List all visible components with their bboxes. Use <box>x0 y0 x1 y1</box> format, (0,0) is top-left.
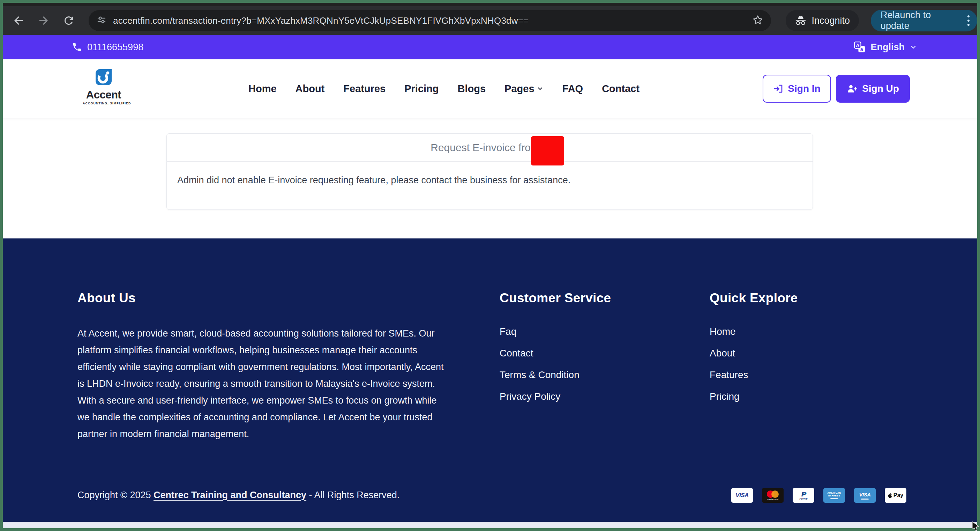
nav-about[interactable]: About <box>296 83 325 95</box>
back-icon[interactable] <box>12 14 25 27</box>
svg-text:A: A <box>856 43 860 48</box>
sign-up-label: Sign Up <box>862 83 899 94</box>
sign-in-label: Sign In <box>788 83 820 94</box>
bottom-strip <box>3 522 977 528</box>
amex-icon: AMERICAN EXPRESS <box>823 488 845 503</box>
incognito-label: Incognito <box>811 15 850 26</box>
nav-pages[interactable]: Pages <box>504 83 543 95</box>
sign-in-button[interactable]: Sign In <box>763 75 831 103</box>
nav-contact[interactable]: Contact <box>602 83 640 95</box>
accent-logo-icon <box>94 68 113 86</box>
login-icon <box>773 83 784 94</box>
phone-icon <box>72 42 82 53</box>
top-contact-banner: 01116655998 a A English <box>3 35 977 59</box>
footer-customer-service-heading: Customer Service <box>500 291 611 306</box>
accent-logo[interactable]: Accent ACCOUNTING, SIMPLIFIED <box>83 68 124 105</box>
nav-blogs[interactable]: Blogs <box>458 83 486 95</box>
apple-pay-icon: Pay <box>885 488 907 503</box>
footer: About Us At Accent, we provide smart, cl… <box>3 238 977 522</box>
nav-home[interactable]: Home <box>248 83 277 95</box>
phone-number: 01116655998 <box>87 42 143 53</box>
footer-link-privacy[interactable]: Privacy Policy <box>500 391 611 402</box>
site-settings-icon[interactable] <box>96 15 107 27</box>
browser-menu-icon[interactable] <box>966 14 971 27</box>
footer-link-features[interactable]: Features <box>710 369 798 381</box>
footer-link-terms[interactable]: Terms & Condition <box>500 369 611 381</box>
mouse-cursor <box>971 521 980 531</box>
forward-icon[interactable] <box>37 14 50 27</box>
language-label: English <box>870 42 905 53</box>
logo-text: Accent <box>83 89 124 101</box>
payment-methods: VISA mastercard P PayPal AMERICAN EXPRES… <box>731 488 907 503</box>
footer-link-about[interactable]: About <box>710 348 798 359</box>
language-selector[interactable]: a A English <box>854 41 917 53</box>
mastercard-icon: mastercard <box>762 488 784 503</box>
footer-link-pricing[interactable]: Pricing <box>710 391 798 402</box>
chevron-down-icon <box>910 43 917 51</box>
person-add-icon <box>847 83 858 94</box>
card-message: Admin did not enable E-invoice requestin… <box>167 162 813 199</box>
url-text[interactable]: accentfin.com/transaction-entry?b=MXxYaz… <box>113 15 746 26</box>
logo-tagline: ACCOUNTING, SIMPLIFIED <box>83 102 124 105</box>
chevron-down-icon <box>536 85 544 92</box>
nav-pricing[interactable]: Pricing <box>404 83 439 95</box>
card-header: Request E-invoice from A <box>167 134 813 162</box>
bookmark-star-icon[interactable] <box>752 14 764 27</box>
relaunch-to-update-button[interactable]: Relaunch to update <box>871 10 977 32</box>
site-header: Accent ACCOUNTING, SIMPLIFIED Home About… <box>3 59 977 118</box>
footer-link-contact[interactable]: Contact <box>500 348 611 359</box>
window-top-edge <box>3 3 977 6</box>
phone-link[interactable]: 01116655998 <box>72 42 143 53</box>
sign-up-button[interactable]: Sign Up <box>836 75 910 103</box>
footer-about-heading: About Us <box>78 291 451 306</box>
footer-link-home[interactable]: Home <box>710 326 798 338</box>
incognito-icon <box>795 15 807 27</box>
main-navigation: Home About Features Pricing Blogs Pages … <box>248 59 640 118</box>
company-link[interactable]: Centrec Training and Consultancy <box>154 490 306 500</box>
browser-toolbar: accentfin.com/transaction-entry?b=MXxYaz… <box>3 6 977 35</box>
relaunch-label: Relaunch to update <box>881 10 960 32</box>
redaction-box <box>531 136 564 166</box>
translate-icon: a A <box>854 41 865 53</box>
nav-faq[interactable]: FAQ <box>562 83 583 95</box>
footer-quick-explore-heading: Quick Explore <box>710 291 798 306</box>
paypal-icon: P PayPal <box>793 488 814 503</box>
visa-secondary-icon: VISA <box>854 488 876 503</box>
copyright-text: Copyright © 2025 Centrec Training and Co… <box>78 490 399 501</box>
footer-link-faq[interactable]: Faq <box>500 326 611 338</box>
reload-icon[interactable] <box>62 14 75 27</box>
incognito-badge: Incognito <box>786 10 859 31</box>
visa-icon: VISA <box>731 488 753 503</box>
address-bar[interactable]: accentfin.com/transaction-entry?b=MXxYaz… <box>89 10 771 31</box>
apple-logo-icon <box>888 493 892 498</box>
e-invoice-request-card: Request E-invoice from A Admin did not e… <box>166 133 813 210</box>
nav-features[interactable]: Features <box>343 83 385 95</box>
footer-about-text: At Accent, we provide smart, cloud-based… <box>78 325 451 442</box>
